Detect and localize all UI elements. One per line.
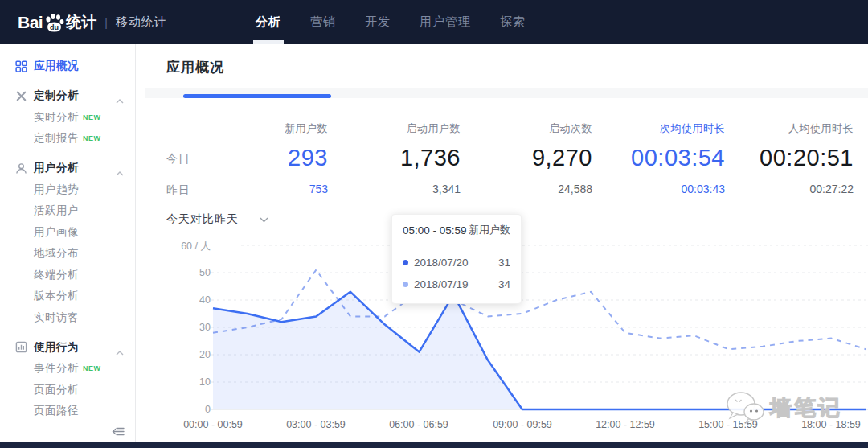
grid-icon [14, 60, 27, 72]
logo-bai-text: Bai [18, 13, 43, 32]
tooltip-series-value: 34 [498, 278, 510, 290]
stat-col-launch-users[interactable]: 启动用户数 [340, 121, 461, 136]
horizontal-scrollbar-thumb[interactable] [183, 94, 331, 98]
tooltip-row-today: 2018/07/20 31 [403, 252, 510, 273]
stat-col-avg-user-duration[interactable]: 人均使用时长 [733, 121, 854, 136]
sidebar-group-usage-behavior[interactable]: 使用行为 [0, 337, 135, 359]
sidebar-item-label: 用户画像 [34, 225, 79, 240]
tooltip-series-date: 2018/07/19 [414, 278, 498, 290]
series-area-fill [213, 292, 866, 409]
sidebar-item-active-users[interactable]: 活跃用户 [0, 200, 135, 222]
chevron-up-icon[interactable] [116, 344, 124, 359]
new-badge: NEW [83, 364, 101, 372]
sidebar-item-label: 应用概况 [34, 59, 79, 73]
series-dot-yesterday-icon [403, 282, 408, 287]
new-badge: NEW [83, 113, 101, 121]
nav-tab-user-management[interactable]: 用户管理 [420, 0, 471, 44]
chevron-down-icon [260, 217, 268, 223]
stat-value-yesterday-avg-user: 00:27:22 [717, 183, 854, 195]
sidebar-item-user-trend[interactable]: 用户趋势 [0, 179, 135, 201]
sidebar-item-app-overview[interactable]: 应用概况 [0, 55, 135, 77]
collapse-sidebar-icon[interactable] [112, 425, 125, 441]
stat-value-today-launch-count: 9,270 [456, 145, 592, 171]
sidebar-item-page-path[interactable]: 页面路径 [0, 401, 135, 422]
sidebar: 应用概况 定制分析 实时分析 NEW 定制报告 NEW 用户分析 [0, 44, 136, 421]
stat-col-new-users[interactable]: 新用户数 [207, 121, 328, 136]
stat-col-avg-session-duration[interactable]: 次均使用时长 [604, 121, 725, 136]
sidebar-item-realtime-analysis[interactable]: 实时分析 NEW [0, 107, 135, 129]
stat-value-yesterday-new-users: 753 [191, 183, 328, 195]
stat-value-today-avg-user: 00:20:51 [717, 145, 854, 171]
nav-tab-explore[interactable]: 探索 [500, 0, 526, 44]
nav-tab-label: 用户管理 [420, 14, 471, 30]
logo-tongji-text: 统计 [66, 12, 96, 33]
stat-row-label-today: 今日 [166, 152, 190, 166]
user-icon [14, 162, 27, 175]
x-axis-tick: 03:00 - 03:59 [272, 419, 360, 430]
top-navbar: Bai du 统计 | 移动统计 分析 营销 开发 [0, 0, 868, 44]
sidebar-group-label: 使用行为 [34, 340, 79, 355]
compare-dropdown[interactable]: 今天对比昨天 [166, 212, 268, 227]
stat-value-yesterday-avg-session: 00:03:43 [588, 183, 725, 195]
svg-text:du: du [50, 23, 59, 31]
sidebar-item-label: 事件分析 [34, 361, 79, 376]
y-axis-tick: 60 / 人 [145, 240, 211, 253]
stat-col-launch-count[interactable]: 启动次数 [472, 121, 592, 136]
series-dot-today-icon [403, 260, 408, 265]
sidebar-group-label: 定制分析 [34, 88, 79, 103]
sidebar-footer [0, 421, 136, 442]
bottom-page-strip [0, 442, 868, 448]
page-title: 应用概况 [166, 58, 224, 76]
baidu-paw-icon: du [43, 12, 65, 33]
barchart-icon [14, 341, 27, 354]
sidebar-item-page-analysis[interactable]: 页面分析 [0, 380, 135, 401]
tooltip-series-value: 31 [498, 257, 510, 269]
sidebar-item-realtime-visitors[interactable]: 实时访客 [0, 307, 135, 329]
baidu-tongji-app: Bai du 统计 | 移动统计 分析 营销 开发 [0, 0, 868, 448]
y-axis-tick: 50 [145, 267, 211, 278]
sidebar-item-user-profile[interactable]: 用户画像 [0, 222, 135, 244]
sidebar-group-user-analysis[interactable]: 用户分析 [0, 158, 135, 179]
y-axis-tick: 40 [145, 294, 211, 306]
stat-value-yesterday-launch-count: 24,588 [456, 183, 592, 195]
sidebar-item-event-analysis[interactable]: 事件分析 NEW [0, 358, 135, 380]
new-badge: NEW [83, 134, 101, 142]
y-axis-tick: 30 [145, 322, 211, 333]
chevron-up-icon[interactable] [116, 165, 124, 179]
sidebar-item-custom-report[interactable]: 定制报告 NEW [0, 128, 135, 150]
sidebar-item-label: 版本分析 [34, 289, 79, 303]
stat-value-today-avg-session: 00:03:54 [588, 145, 725, 171]
y-axis-tick: 0 [145, 404, 211, 415]
nav-tab-analysis[interactable]: 分析 [256, 0, 281, 44]
nav-tab-label: 探索 [500, 14, 526, 30]
chevron-up-icon[interactable] [116, 92, 124, 107]
x-axis-tick: 06:00 - 06:59 [375, 419, 463, 430]
nav-tab-marketing[interactable]: 营销 [310, 0, 336, 44]
x-axis-tick: 18:00 - 18:59 [787, 419, 868, 430]
tooltip-row-yesterday: 2018/07/19 34 [403, 273, 510, 295]
nav-tab-develop[interactable]: 开发 [365, 0, 391, 44]
sidebar-item-label: 活跃用户 [34, 203, 79, 218]
tooltip-series-date: 2018/07/20 [414, 257, 498, 269]
nav-tab-label: 营销 [310, 14, 336, 30]
tools-icon [14, 89, 27, 102]
sidebar-item-label: 实时分析 [34, 110, 79, 125]
logo-product-name: 移动统计 [116, 14, 167, 30]
tooltip-header: 05:00 - 05:59 新用户数 [392, 215, 521, 245]
nav-tab-label: 开发 [365, 14, 391, 30]
sidebar-item-label: 实时访客 [34, 310, 79, 325]
x-axis-tick: 00:00 - 00:59 [169, 419, 257, 430]
sidebar-item-version-analysis[interactable]: 版本分析 [0, 286, 135, 307]
tooltip-time-range: 05:00 - 05:59 [403, 224, 467, 236]
active-tab-underline [253, 40, 284, 44]
sidebar-item-terminal-analysis[interactable]: 终端分析 [0, 265, 135, 286]
sidebar-group-custom-analysis[interactable]: 定制分析 [0, 85, 135, 107]
nav-tab-label: 分析 [256, 14, 281, 30]
sidebar-item-label: 地域分布 [34, 246, 79, 261]
stat-value-yesterday-launch-users: 3,341 [324, 183, 461, 195]
sidebar-item-label: 终端分析 [34, 268, 79, 282]
y-axis-tick: 10 [145, 376, 211, 388]
baidu-tongji-logo[interactable]: Bai du 统计 | 移动统计 [18, 0, 167, 44]
chart-tooltip: 05:00 - 05:59 新用户数 2018/07/20 31 2018/07… [391, 214, 522, 304]
sidebar-item-region-distribution[interactable]: 地域分布 [0, 243, 135, 265]
